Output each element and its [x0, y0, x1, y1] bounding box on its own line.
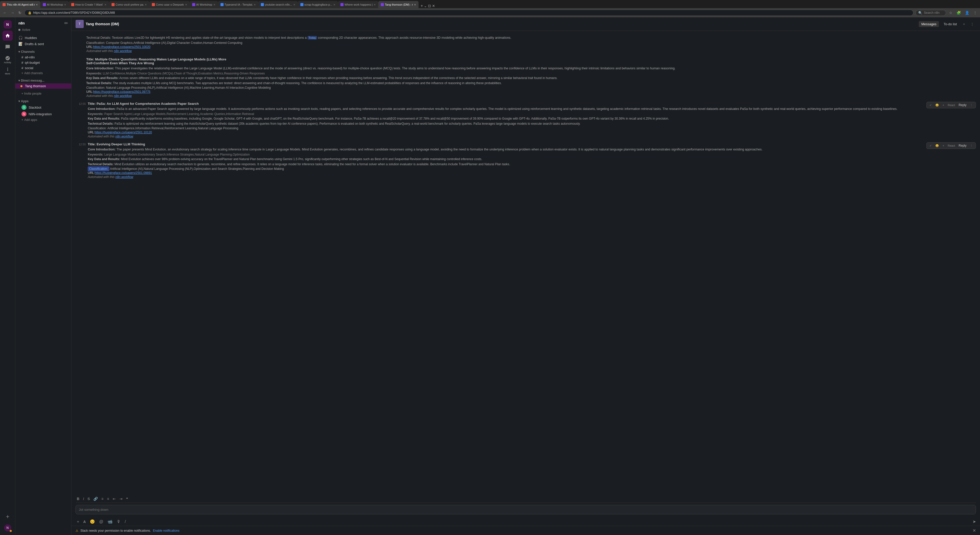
react-btn-3[interactable]: React	[947, 103, 956, 107]
react-btn-4[interactable]: React	[947, 144, 956, 148]
user-status-icon[interactable]: N	[3, 523, 13, 533]
invite-people-btn[interactable]: + Invite people	[15, 91, 71, 97]
message-input[interactable]	[79, 508, 973, 511]
tab-messages[interactable]: Messages	[919, 21, 939, 27]
bookmark-btn[interactable]: ☆	[948, 10, 953, 15]
channel-q4-budget[interactable]: # q4-budget	[15, 60, 71, 65]
tab-close-btn[interactable]: ✕	[414, 3, 416, 6]
app-n8n-integration[interactable]: N N8N-integration	[15, 111, 71, 117]
workflow-link-4[interactable]: n8n workflow	[115, 175, 133, 179]
forward-btn[interactable]: →	[10, 10, 15, 15]
more-icon[interactable]: More	[3, 64, 13, 75]
paper-link-2[interactable]: https://huggingface.co/papers/2501.09775	[93, 90, 150, 94]
menu-btn[interactable]: ⋮	[972, 10, 978, 15]
strikethrough-btn[interactable]: S	[86, 496, 91, 502]
indent-decrease-btn[interactable]: ⇤	[111, 496, 117, 502]
workflow-link-2[interactable]: n8n workflow	[114, 94, 132, 98]
browser-tab-3[interactable]: How to Create 'I Want' A... ✕	[68, 1, 109, 8]
restore-btn[interactable]: ⊡	[428, 4, 431, 8]
mention-btn[interactable]: @	[98, 519, 104, 525]
italic-btn[interactable]: I	[82, 496, 85, 502]
notification-close-btn[interactable]: ✕	[973, 528, 976, 533]
browser-tab-2[interactable]: AI Workshop ✕	[40, 1, 68, 8]
browser-tab-10[interactable]: Where work happens | Sl... ✕	[338, 1, 378, 8]
more-btn-4[interactable]: ⋮	[969, 144, 974, 148]
browser-tab-5[interactable]: Como usar o Deepsek r... ✕	[149, 1, 189, 8]
tab-close-btn[interactable]: ✕	[213, 3, 215, 6]
send-btn[interactable]: ➤	[973, 519, 976, 524]
tab-list-btn[interactable]: ⌄	[424, 4, 427, 8]
add-reaction-btn-4[interactable]: +	[941, 144, 945, 148]
attach-btn[interactable]: +	[76, 519, 80, 525]
emoji-btn-3[interactable]: 😀	[934, 103, 940, 107]
browser-tab-11[interactable]: Tang thomson (DM) - n8... ✕	[378, 1, 418, 8]
profile-btn[interactable]: 👤	[964, 10, 970, 15]
browser-tab-4[interactable]: Como você prefere pa... ✕	[109, 1, 149, 8]
add-tab-btn[interactable]: +	[961, 21, 966, 27]
tab-close-btn[interactable]: ✕	[293, 3, 295, 6]
tab-close-btn[interactable]: ✕	[36, 3, 38, 6]
refresh-btn[interactable]: ↻	[18, 10, 22, 15]
reply-btn-4[interactable]: Reply	[957, 143, 968, 148]
slash-cmd-btn[interactable]: /	[124, 519, 127, 525]
emoji-picker-btn[interactable]: 😊	[89, 518, 96, 525]
checkmark-btn-4[interactable]: ✓	[928, 144, 933, 148]
blockquote-btn[interactable]: ❝	[125, 496, 129, 502]
tab-close-btn[interactable]: ✕	[64, 3, 66, 6]
more-btn-3[interactable]: ⋮	[969, 103, 974, 107]
browser-tab-1[interactable]: This n8n AI Agent will AI... ✕	[0, 1, 40, 8]
tab-close-btn[interactable]: ✕	[185, 3, 187, 6]
video-btn[interactable]: 📹	[106, 518, 114, 525]
indent-increase-btn[interactable]: ⇥	[118, 496, 124, 502]
sidebar-item-drafts[interactable]: 📝 Drafts & sent	[15, 41, 71, 47]
channel-social[interactable]: # social	[15, 65, 71, 71]
sidebar-item-huddles[interactable]: 🎧 Huddles	[15, 35, 71, 41]
list-bullet-btn[interactable]: ≡	[100, 496, 105, 502]
tab-close-btn[interactable]: ✕	[333, 3, 335, 6]
browser-tab-8[interactable]: youtube-search-n8n... ✕	[258, 1, 298, 8]
back-btn[interactable]: ←	[2, 10, 8, 15]
compose-btn[interactable]: ✏	[64, 21, 68, 26]
extensions-btn[interactable]: 🧩	[956, 10, 962, 15]
add-channels-btn[interactable]: + Add channels	[15, 71, 71, 76]
workflow-link-3[interactable]: n8n workflow	[115, 135, 133, 138]
channel-all-n8n[interactable]: # all-n8n	[15, 55, 71, 60]
tab-todo[interactable]: To-do list	[941, 21, 959, 27]
new-tab-btn[interactable]: +	[421, 3, 423, 8]
bold-btn[interactable]: B	[76, 496, 81, 502]
browser-tab-7[interactable]: Typesend IA - Templat... ✕	[218, 1, 258, 8]
tab-close-btn[interactable]: ✕	[104, 3, 107, 6]
app-slackbot[interactable]: S Slackbot	[15, 104, 71, 111]
dm-tang-thomson[interactable]: Tang thomson	[15, 83, 71, 89]
mic-btn[interactable]: 🎙	[115, 519, 122, 525]
paper-link-3[interactable]: https://huggingface.co/papers/2501.10120	[95, 130, 152, 134]
reply-btn-3[interactable]: Reply	[957, 103, 968, 107]
workflow-link-1[interactable]: n8n workflow	[114, 49, 132, 53]
home-icon[interactable]	[3, 30, 13, 41]
dms-icon[interactable]	[3, 42, 13, 52]
activity-icon[interactable]: Activity	[3, 53, 13, 63]
address-input[interactable]	[33, 11, 910, 14]
apps-header[interactable]: ▾ Apps	[15, 98, 71, 104]
browser-tab-6[interactable]: AI Workshop ✕	[189, 1, 218, 8]
tab-close-btn[interactable]: ✕	[145, 3, 147, 6]
search-box[interactable]: 🔍 Search n8n	[915, 10, 946, 16]
workspace-name[interactable]: n8n	[18, 21, 25, 25]
workspace-icon[interactable]: N	[3, 19, 13, 30]
dms-header[interactable]: ▾ Direct messag...	[15, 78, 71, 83]
paper-link-4[interactable]: https://huggingface.co/papers/2501.09891	[95, 171, 152, 175]
close-window-btn[interactable]: ✕	[432, 4, 435, 8]
tab-close-btn[interactable]: ✕	[374, 3, 375, 6]
emoji-btn-4[interactable]: 😀	[934, 144, 940, 148]
more-actions-btn[interactable]: ⋮	[969, 21, 976, 27]
add-reaction-btn-3[interactable]: +	[941, 103, 945, 107]
list-ordered-btn[interactable]: ≡	[106, 496, 110, 502]
link-btn[interactable]: 🔗	[92, 496, 99, 502]
channels-header[interactable]: ▾ Channels	[15, 49, 71, 55]
add-workspace-btn[interactable]	[3, 511, 13, 522]
enable-notifications-link[interactable]: Enable notifications	[153, 529, 180, 532]
browser-tab-9[interactable]: scrap-huggingface-p... ✕	[298, 1, 338, 8]
add-apps-btn[interactable]: + Add apps	[15, 117, 71, 122]
paper-link-1[interactable]: https://huggingface.co/papers/2501.10020	[93, 45, 150, 49]
tab-close-btn[interactable]: ✕	[254, 3, 256, 6]
